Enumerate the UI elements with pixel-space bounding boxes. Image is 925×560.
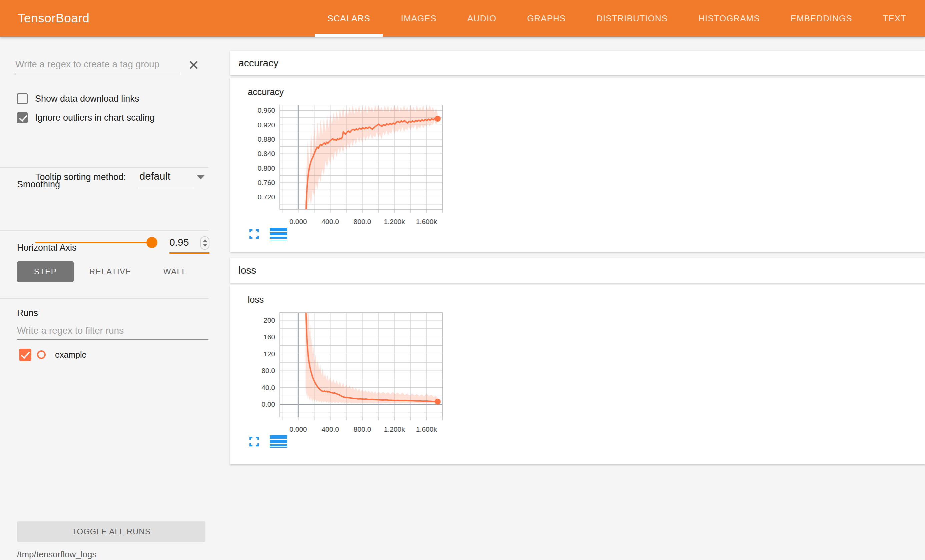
- axis-step-button[interactable]: STEP: [17, 261, 74, 282]
- ignore-outliers-checkbox-row[interactable]: Ignore outliers in chart scaling: [17, 112, 155, 123]
- main-content: accuracy accuracy 0.7200.7600.8000.8400.…: [230, 37, 925, 560]
- divider: [0, 230, 208, 231]
- svg-text:1.200k: 1.200k: [384, 218, 405, 225]
- app-header: TensorBoard SCALARS IMAGES AUDIO GRAPHS …: [0, 0, 925, 37]
- svg-text:400.0: 400.0: [321, 425, 339, 433]
- svg-text:0.960: 0.960: [258, 106, 275, 114]
- smoothing-value-underline: [169, 252, 209, 254]
- tab-histograms[interactable]: HISTOGRAMS: [683, 0, 775, 37]
- divider: [0, 298, 208, 299]
- svg-text:0.800: 0.800: [258, 164, 275, 172]
- show-download-links-checkbox-row[interactable]: Show data download links: [17, 93, 139, 104]
- svg-text:0.880: 0.880: [258, 135, 275, 143]
- tab-text[interactable]: TEXT: [868, 0, 922, 37]
- slider-thumb[interactable]: [146, 237, 157, 248]
- svg-text:1.600k: 1.600k: [416, 218, 437, 225]
- run-checkbox-checked-icon[interactable]: [19, 349, 31, 361]
- svg-text:1.200k: 1.200k: [384, 425, 405, 433]
- svg-text:80.0: 80.0: [261, 367, 275, 374]
- runs-label: Runs: [17, 308, 38, 318]
- tensorboard-app: TensorBoard SCALARS IMAGES AUDIO GRAPHS …: [0, 0, 925, 560]
- svg-text:0.760: 0.760: [258, 179, 275, 186]
- tag-filter-input[interactable]: [15, 55, 181, 74]
- run-label: example: [55, 350, 87, 360]
- fullscreen-icon[interactable]: [249, 228, 260, 240]
- tooltip-sorting-select[interactable]: default: [139, 168, 170, 184]
- axis-wall-button[interactable]: WALL: [147, 261, 203, 282]
- svg-text:0.840: 0.840: [258, 150, 275, 157]
- nav-tabs: SCALARS IMAGES AUDIO GRAPHS DISTRIBUTION…: [312, 0, 922, 37]
- svg-text:800.0: 800.0: [354, 218, 371, 225]
- checkbox-label: Show data download links: [35, 94, 139, 104]
- chart-actions: [249, 435, 287, 448]
- svg-text:0.000: 0.000: [289, 218, 307, 225]
- group-title: accuracy: [238, 51, 279, 75]
- loss-chart[interactable]: 0.0040.080.01201602000.000400.0800.01.20…: [243, 309, 463, 443]
- tab-audio[interactable]: AUDIO: [452, 0, 512, 37]
- tab-distributions[interactable]: DISTRIBUTIONS: [581, 0, 683, 37]
- chart-card-loss: loss 0.0040.080.01201602000.000400.0800.…: [230, 285, 925, 464]
- tab-graphs[interactable]: GRAPHS: [512, 0, 581, 37]
- checkbox-unchecked-icon[interactable]: [17, 93, 28, 104]
- group-header-accuracy[interactable]: accuracy: [230, 51, 925, 75]
- select-underline: [138, 188, 193, 188]
- fullscreen-icon[interactable]: [249, 436, 260, 447]
- svg-text:800.0: 800.0: [354, 425, 371, 433]
- group-title: loss: [238, 257, 256, 283]
- svg-text:400.0: 400.0: [321, 218, 339, 225]
- log-directory-path: /tmp/tensorflow_logs: [17, 549, 96, 560]
- svg-text:0.920: 0.920: [258, 121, 275, 129]
- svg-text:0.00: 0.00: [261, 400, 275, 408]
- sidebar: Show data download links Ignore outliers…: [0, 37, 220, 560]
- axis-relative-button[interactable]: RELATIVE: [82, 261, 139, 282]
- chart-title: loss: [248, 295, 264, 305]
- svg-text:0.000: 0.000: [289, 425, 307, 433]
- tab-embeddings[interactable]: EMBEDDINGS: [775, 0, 868, 37]
- chevron-down-icon[interactable]: [197, 175, 205, 179]
- data-series-lines-icon[interactable]: [270, 435, 287, 448]
- toggle-all-runs-button[interactable]: TOGGLE ALL RUNS: [17, 521, 205, 542]
- smoothing-value-input[interactable]: [169, 235, 196, 250]
- svg-text:1.600k: 1.600k: [416, 425, 437, 433]
- svg-text:0.720: 0.720: [258, 193, 275, 201]
- checkbox-label: Ignore outliers in chart scaling: [35, 113, 155, 123]
- divider: [0, 167, 208, 168]
- smoothing-label: Smoothing: [17, 179, 60, 190]
- svg-text:200: 200: [264, 316, 275, 324]
- runs-filter-input[interactable]: [17, 322, 208, 340]
- tab-scalars[interactable]: SCALARS: [312, 0, 386, 37]
- svg-text:160: 160: [264, 333, 275, 341]
- checkbox-checked-icon[interactable]: [17, 112, 28, 123]
- chart-title: accuracy: [248, 87, 284, 97]
- app-title: TensorBoard: [18, 11, 89, 25]
- run-color-swatch-icon: [37, 350, 46, 359]
- number-stepper-icon[interactable]: [200, 236, 209, 250]
- data-series-lines-icon[interactable]: [270, 228, 287, 240]
- accuracy-chart[interactable]: 0.7200.7600.8000.8400.8800.9200.9600.000…: [243, 102, 463, 235]
- run-row-example[interactable]: example: [19, 348, 87, 361]
- tab-images[interactable]: IMAGES: [386, 0, 452, 37]
- horizontal-axis-label: Horizontal Axis: [17, 243, 77, 253]
- svg-text:40.0: 40.0: [261, 384, 275, 391]
- close-icon[interactable]: [186, 57, 202, 73]
- svg-text:120: 120: [264, 350, 275, 358]
- group-header-loss[interactable]: loss: [230, 257, 925, 283]
- horizontal-axis-buttons: STEP RELATIVE WALL: [0, 261, 220, 282]
- chart-actions: [249, 228, 287, 240]
- chart-card-accuracy: accuracy 0.7200.7600.8000.8400.8800.9200…: [230, 78, 925, 252]
